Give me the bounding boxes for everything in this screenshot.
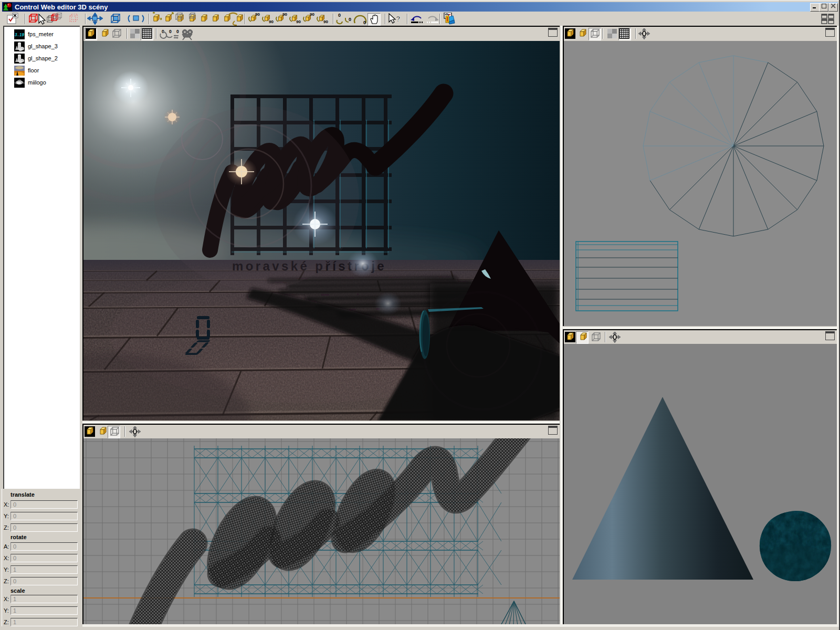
svg-text:0: 0 <box>169 29 172 34</box>
svg-text:90: 90 <box>255 12 260 17</box>
svg-text:0: 0 <box>162 29 164 34</box>
svg-text:0: 0 <box>363 20 366 25</box>
svg-text:90: 90 <box>296 19 301 24</box>
svg-text:90: 90 <box>282 12 287 17</box>
svg-text:0: 0 <box>349 17 351 22</box>
svg-text:3.19: 3.19 <box>15 33 24 38</box>
svg-text:90: 90 <box>323 19 328 24</box>
svg-text:0: 0 <box>338 13 341 18</box>
svg-text:90: 90 <box>269 19 274 24</box>
svg-text:90: 90 <box>310 12 314 17</box>
svg-text:?: ? <box>396 15 401 23</box>
svg-text:0: 0 <box>176 29 179 34</box>
